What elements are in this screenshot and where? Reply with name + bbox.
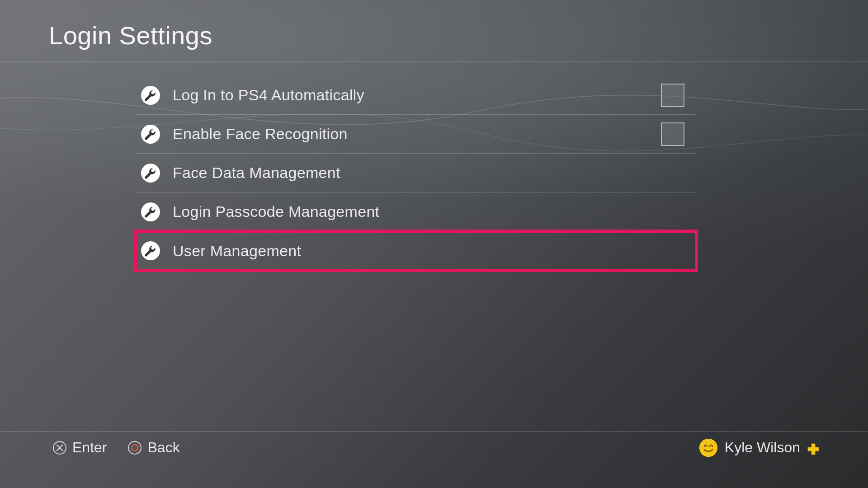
avatar-icon [699,439,717,457]
menu-item-face-data-management[interactable]: Face Data Management [136,154,696,192]
menu-item-label: Log In to PS4 Automatically [173,86,364,104]
ps-plus-icon [807,442,819,454]
hint-enter: Enter [52,439,107,456]
menu-item-user-management[interactable]: User Management [136,231,696,270]
user-indicator[interactable]: Kyle Wilson [699,439,819,457]
menu-item-enable-face-recognition[interactable]: Enable Face Recognition [136,115,696,154]
svg-point-7 [132,445,138,451]
menu-item-login-passcode-management[interactable]: Login Passcode Management [136,192,696,231]
hint-back: Back [127,439,179,456]
menu-item-label: Face Data Management [173,164,340,182]
page-header: Login Settings [0,0,868,61]
menu-item-label: User Management [173,242,301,260]
page-title: Login Settings [49,21,868,50]
checkbox[interactable] [661,122,684,146]
circle-button-icon [127,441,142,455]
wrench-icon [141,125,160,144]
svg-point-6 [128,441,141,454]
wrench-icon [141,164,160,183]
hint-enter-label: Enter [72,439,107,456]
wrench-icon [141,202,160,221]
settings-list: Log In to PS4 Automatically Enable Face … [136,76,696,270]
svg-point-8 [699,439,717,457]
hint-back-label: Back [147,439,179,456]
wrench-icon [141,86,160,105]
menu-item-label: Login Passcode Management [173,203,379,221]
footer-bar: Enter Back Kyle Wilson [0,431,868,464]
menu-item-login-automatically[interactable]: Log In to PS4 Automatically [136,76,696,115]
cross-button-icon [52,441,67,455]
checkbox[interactable] [661,84,684,107]
wrench-icon [141,241,160,260]
user-name: Kyle Wilson [725,439,800,456]
menu-item-label: Enable Face Recognition [173,125,348,143]
